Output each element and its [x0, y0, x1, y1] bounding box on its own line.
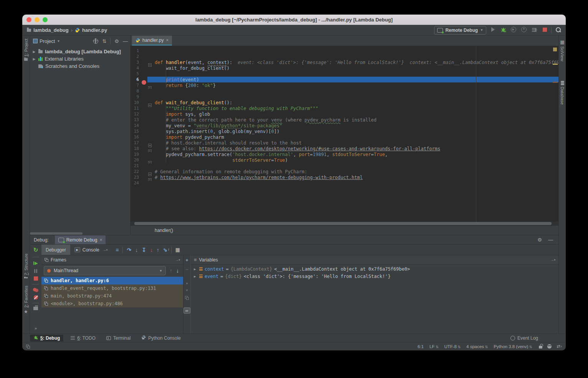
hide-panel-icon[interactable]: — — [123, 38, 128, 44]
toolwindow-button-terminal[interactable]: ❯Terminal — [103, 335, 134, 342]
code-line[interactable]: 24 — [130, 180, 558, 186]
minimize-window-button[interactable] — [35, 17, 40, 22]
update-settings-icon[interactable]: ⇄? — [557, 344, 562, 349]
chevron-right-icon[interactable]: ▶ — [32, 57, 36, 61]
view-breakpoints-button[interactable] — [33, 288, 38, 292]
line-number[interactable]: 18 — [130, 146, 139, 151]
line-number[interactable]: 11 — [130, 106, 139, 111]
code-line[interactable]: 5 — [130, 71, 558, 77]
stack-frame[interactable]: handler, handler.py:6 — [41, 277, 183, 284]
breadcrumb-file[interactable]: handler.py — [82, 27, 107, 33]
code-line[interactable]: 16 import pydevd_pycharm — [130, 134, 558, 140]
code-line[interactable]: 12 import sys, glob — [130, 111, 558, 117]
line-number[interactable]: 24 — [130, 181, 139, 186]
editor-hscrollbar[interactable] — [130, 222, 558, 225]
inspection-status-square[interactable] — [553, 48, 557, 51]
run-config-selector[interactable]: Remote Debug ▼ — [434, 26, 486, 35]
line-number[interactable]: 10 — [130, 100, 139, 105]
breadcrumb-project[interactable]: lambda_debug — [33, 27, 69, 33]
error-stripe-mark[interactable] — [553, 82, 558, 83]
inspections-profile-icon[interactable] — [547, 344, 552, 348]
project-tree-item[interactable]: ▶External Libraries — [30, 55, 130, 62]
line-number[interactable]: 2 — [130, 54, 139, 59]
locate-file-icon[interactable] — [93, 39, 98, 44]
code-line[interactable]: 19 pydevd_pycharm.settrace('host.docker.… — [130, 151, 558, 157]
code-line[interactable]: 10def wait_for_debug_client(): — [130, 100, 558, 105]
add-watch-button[interactable]: + — [185, 258, 188, 263]
line-number[interactable]: 3 — [130, 60, 139, 65]
code-line[interactable]: 1 — [130, 48, 558, 54]
code-line[interactable]: 7 return {200: "ok"} — [130, 82, 558, 88]
stack-frame[interactable]: main, bootstrap.py:474 — [41, 292, 183, 300]
run-button[interactable] — [489, 27, 497, 33]
line-number[interactable]: 21 — [130, 163, 139, 168]
line-number[interactable]: 17 — [130, 140, 139, 145]
line-number[interactable]: 23 — [130, 175, 139, 180]
move-watch-down-button[interactable]: ▼ — [185, 289, 188, 292]
code-line[interactable]: 23# https://www.jetbrains.com/help/pycha… — [130, 174, 558, 180]
code-line[interactable]: 22# General information on remote debugg… — [130, 169, 558, 174]
status-indent[interactable]: 4 spaces ⇅ — [466, 344, 488, 349]
gear-icon[interactable]: ⚙ — [537, 237, 542, 243]
next-frame-button[interactable]: ↓ — [176, 268, 179, 274]
stop-button[interactable] — [34, 276, 38, 281]
line-number[interactable]: 15 — [130, 129, 139, 134]
attach-to-process-button[interactable] — [510, 27, 517, 33]
line-number[interactable]: 16 — [130, 135, 139, 140]
debug-session-tab[interactable]: Remote Debug × — [55, 235, 106, 244]
force-step-into-button[interactable]: ↓ — [150, 247, 153, 253]
stack-frame[interactable]: <module>, bootstrap.py:486 — [41, 300, 183, 307]
variable-row[interactable]: ▶event = {dict} <class 'dict'>: {'messag… — [191, 273, 558, 280]
status-line-separator[interactable]: LF ⇅ — [429, 344, 438, 349]
close-session-icon[interactable]: × — [99, 237, 102, 243]
stack-frame[interactable]: handle_event_request, bootstrap.py:131 — [41, 284, 183, 292]
debug-tab-console[interactable]: ▶Console→▪ — [70, 245, 112, 255]
run-with-coverage-button[interactable] — [530, 27, 538, 33]
line-number[interactable]: 1 — [130, 48, 139, 53]
smart-step-into-button[interactable]: ↧ — [142, 247, 146, 253]
line-number[interactable]: 13 — [130, 117, 139, 122]
mute-breakpoints-button[interactable] — [34, 295, 38, 299]
event-log-button[interactable]: Event Log — [510, 335, 538, 341]
toolstrip-project[interactable]: 1: Project — [22, 39, 30, 61]
step-out-button[interactable]: ↑ — [157, 247, 159, 253]
thread-selector[interactable]: MainThread ▼ — [44, 266, 166, 275]
zoom-window-button[interactable] — [43, 17, 48, 22]
code-line[interactable]: 21 — [130, 163, 558, 169]
code-line[interactable]: 20 stderrToServer=True) — [130, 157, 558, 163]
lock-icon[interactable] — [539, 346, 542, 348]
code-line[interactable]: 11 """Utility function to enable debuggi… — [130, 105, 558, 111]
error-stripe-mark[interactable] — [553, 64, 558, 65]
line-number[interactable]: 5 — [130, 71, 139, 76]
code-editor[interactable]: 123def handler(event, context):event: <c… — [130, 46, 558, 222]
code-line[interactable]: 8 — [130, 88, 558, 94]
toolwindow-button-python-console[interactable]: Python Console — [138, 335, 184, 342]
code-line[interactable]: 17 # host.docker.internal should resolve… — [130, 140, 558, 146]
code-line[interactable]: 15 sys.path.insert(0, glob.glob(my_venv)… — [130, 128, 558, 134]
toolstrip-favorites[interactable]: 2: Favorites ★ — [22, 286, 30, 314]
line-number[interactable]: 7 — [130, 83, 139, 88]
line-number[interactable]: 20 — [130, 158, 139, 163]
project-tree-item[interactable]: ▶lambda_debug [Lambda Debug] — [30, 48, 130, 55]
close-tab-icon[interactable]: × — [166, 38, 168, 43]
code-line[interactable]: 13 # enter the correct path here to your… — [130, 117, 558, 123]
run-to-cursor-button[interactable]: ⇘ — [163, 247, 167, 253]
line-number[interactable]: 9 — [130, 94, 139, 99]
toolwindow-button-6-todo[interactable]: 6: TODO — [67, 335, 99, 342]
pause-button[interactable] — [34, 269, 37, 273]
close-window-button[interactable] — [26, 17, 31, 22]
expand-icon[interactable]: ▶ — [194, 267, 197, 271]
code-line[interactable]: 9 — [130, 94, 558, 100]
toolwindow-switcher-icon[interactable] — [26, 345, 30, 348]
code-line[interactable]: 14 my_venv = "venv/lib/python*/site-pack… — [130, 123, 558, 128]
line-number[interactable]: 6 — [130, 77, 139, 82]
code-line[interactable]: 3def handler(event, context):event: <cla… — [130, 59, 558, 65]
code-line[interactable]: 4 wait_for_debug_client() — [130, 65, 558, 71]
evaluate-expression-button[interactable]: ▦ — [175, 247, 180, 253]
project-view-selector[interactable]: Project ▼ — [33, 38, 60, 44]
toolwindow-button-5-debug[interactable]: 5: Debug — [30, 335, 63, 342]
code-line[interactable]: 18 # see also: https://docs.docker.com/d… — [130, 146, 558, 151]
breadcrumb-scope[interactable]: handler() — [155, 228, 173, 233]
line-number[interactable]: 8 — [130, 89, 139, 94]
gear-icon[interactable]: ⚙ — [114, 38, 119, 44]
